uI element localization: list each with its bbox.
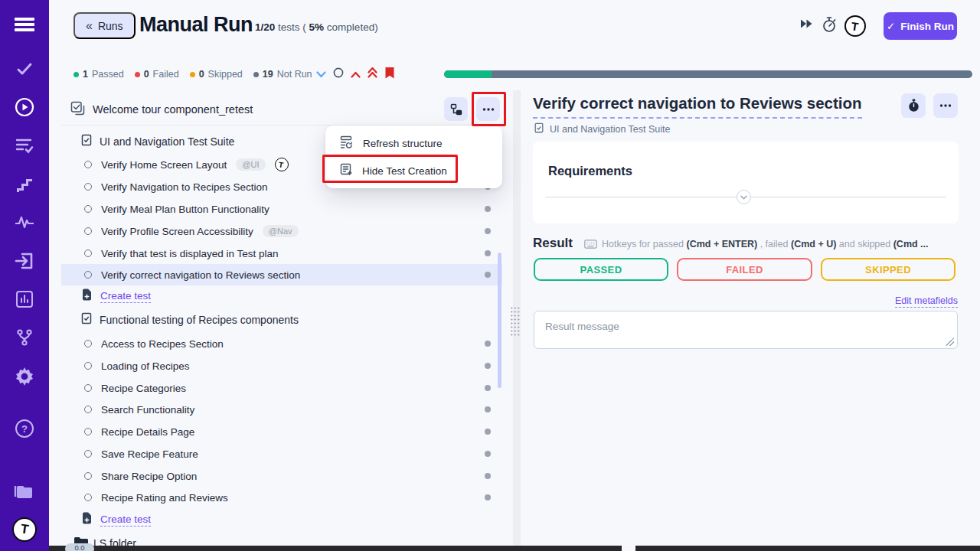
skipped-button[interactable]: SKIPPED [821,258,956,281]
sidebar-help-icon[interactable]: ? [0,415,49,442]
hotkeys-hint: Hotkeys for passed (Cmd + ENTER) , faile… [584,238,959,250]
test-row[interactable]: Recipe Details Page [61,421,502,442]
passed-dot-icon [74,72,79,77]
sidebar-item-settings-gear-icon[interactable] [0,363,49,390]
create-test-row: Create test [61,509,502,530]
test-row[interactable]: Recipe Categories [61,377,502,399]
expand-requirements-chevron-icon[interactable] [737,190,751,204]
create-test-link[interactable]: Create test [100,514,151,527]
sidebar-brand-logo[interactable]: T [0,516,49,543]
test-label: Verify Profile Screen Accessibility [101,226,253,237]
sidebar-item-reports-icon[interactable] [0,285,49,313]
test-label: Verify Navigation to Recipes Section [101,181,268,193]
sidebar-item-test-plans-icon[interactable] [0,132,49,159]
progress-fill [444,70,492,78]
test-status-circle-icon [84,340,92,347]
test-label: Share Recipe Option [101,471,197,482]
workspace-logo[interactable]: T [844,15,866,37]
test-label: Recipe Details Page [101,426,194,438]
panel-resize-handle[interactable] [510,306,520,337]
sidebar-projects-folder-icon[interactable] [0,478,49,505]
test-row[interactable]: Verify Meal Plan Button Functionality [61,198,502,220]
hamburger-menu-icon[interactable] [0,11,49,38]
sidebar-item-activity-icon[interactable] [0,208,49,236]
test-options-ellipsis-button[interactable] [933,93,958,118]
test-status-circle-icon [84,428,92,435]
file-plus-icon [82,512,92,527]
passed-counter: 1Passed [74,69,124,80]
skipped-dot-icon [190,72,195,77]
current-test-circle-icon[interactable] [333,67,344,81]
back-to-runs-button[interactable]: « Runs [74,12,136,39]
test-row[interactable]: Recipe Rating and Reviews [61,487,502,508]
sidebar-item-steps-icon[interactable] [0,171,49,198]
suite-doc-check-icon [80,312,93,328]
page-title: Manual Run [139,13,253,37]
edit-metafields-link[interactable]: Edit metafields [895,295,958,308]
sidebar-item-import-icon[interactable] [0,247,49,275]
create-test-row: Create test [61,285,502,307]
not-run-dot-icon [485,341,491,347]
notrun-counter: 19Not Run [253,69,312,80]
svg-text:?: ? [21,423,28,435]
test-navigation-controls [316,68,395,80]
jump-down-icon[interactable] [316,67,326,81]
test-suite-breadcrumb: UI and Navigation Test Suite [534,122,671,136]
folder-count-badge: 0.0 [65,543,94,551]
test-status-circle-icon [84,205,92,213]
jump-top-icon[interactable] [368,67,377,81]
run-status-counters: 1Passed 0Failed 0Skipped 19Not Run [74,68,312,80]
test-title[interactable]: Verify correct navigation to Reviews sec… [533,94,862,119]
jump-up-icon[interactable] [351,67,361,81]
automation-logo-icon[interactable]: T [275,158,289,171]
create-test-link[interactable]: Create test [100,290,151,303]
finish-run-button[interactable]: ✓ Finish Run [884,12,957,40]
sidebar-item-branches-icon[interactable] [0,324,49,351]
result-section-title: Result [533,236,573,251]
keyboard-icon [584,240,597,249]
run-progress-summary: 1/20 tests ( 5% completed) [255,21,378,33]
test-status-circle-icon [84,183,92,191]
bookmark-icon[interactable] [384,67,395,82]
test-timer-button[interactable] [901,93,926,118]
suite-row[interactable]: Functional testing of Recipes components [61,309,502,331]
not-run-dot-icon [485,451,491,457]
bottom-bar-right [635,546,980,551]
sidebar-item-runs-icon[interactable] [0,93,49,121]
test-row[interactable]: Loading of Recipes [61,355,502,377]
test-status-circle-icon [84,249,92,257]
requirements-title: Requirements [548,164,632,178]
test-label: Save Recipe Feature [101,448,198,460]
result-message-input[interactable] [534,311,958,349]
test-label: Access to Recipes Section [101,338,224,350]
test-row-selected[interactable]: Verify correct navigation to Reviews sec… [61,264,502,285]
tree-scrollbar[interactable] [498,253,501,388]
run-tree-title: Welcome tour component_retest [93,103,253,116]
test-status-circle-icon [84,494,92,501]
test-status-circle-icon [84,384,92,392]
requirements-card: Requirements [533,142,959,223]
test-status-circle-icon [84,227,92,235]
file-plus-icon [82,289,92,304]
skipped-counter: 0Skipped [190,69,243,80]
failed-button[interactable]: FAILED [677,258,812,281]
test-row[interactable]: Share Recipe Option [61,465,502,487]
check-icon: ✓ [887,20,895,32]
finish-run-label: Finish Run [900,21,954,32]
test-row[interactable]: Search Functionality [61,399,502,420]
timer-icon[interactable] [821,16,838,33]
fast-forward-icon[interactable] [799,18,813,29]
suite-name: UI and Navigation Test Suite [100,135,234,148]
toggle-tree-view-button[interactable] [444,97,468,121]
test-row[interactable]: Verify Profile Screen Accessibility @Nav [61,220,502,242]
test-row[interactable]: Verify that test is displayed in Test pl… [61,243,502,264]
test-row[interactable]: Save Recipe Feature [61,443,502,465]
suite-breadcrumb-label: UI and Navigation Test Suite [550,124,671,135]
back-chevrons-icon: « [86,19,93,33]
sidebar-item-checks-icon[interactable] [0,55,49,83]
passed-button[interactable]: PASSED [534,258,668,281]
menu-item-refresh-structure[interactable]: Refresh structure [325,129,502,157]
test-row[interactable]: Access to Recipes Section [61,333,502,354]
failed-dot-icon [135,72,140,77]
tag-badge: @Nav [263,225,299,237]
